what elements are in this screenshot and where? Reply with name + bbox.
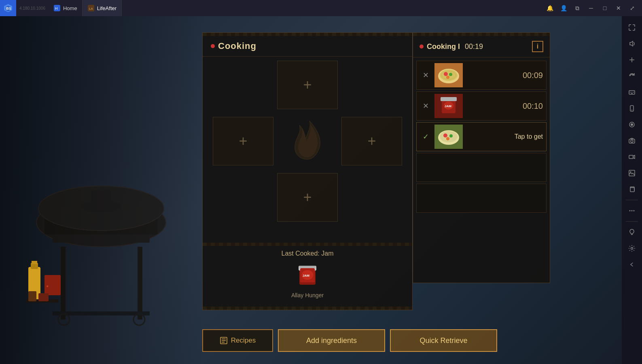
maximize-btn[interactable]: □	[598, 2, 611, 15]
svg-point-64	[631, 140, 633, 142]
svg-rect-15	[91, 190, 111, 208]
top-deco	[203, 33, 412, 36]
minimize-btn[interactable]: ─	[585, 2, 598, 15]
svg-rect-68	[630, 188, 634, 192]
layers-btn[interactable]: ⧉	[571, 2, 584, 15]
svg-point-48	[449, 134, 453, 138]
queue-top-deco	[413, 33, 550, 36]
plus-icon-bottom: +	[303, 190, 311, 205]
cooking-title: Cooking	[218, 41, 256, 51]
bottom-deco	[203, 307, 412, 310]
slot-row-bottom: +	[277, 173, 338, 222]
expand-btn[interactable]: ⤢	[626, 2, 639, 15]
queue-item-5	[416, 184, 547, 213]
sidebar-volume-icon[interactable]	[625, 36, 639, 51]
sidebar-bulb-icon[interactable]	[625, 225, 639, 239]
check-icon-3: ✓	[420, 131, 431, 142]
ingredient-slot-right[interactable]: +	[341, 117, 402, 165]
svg-rect-41	[441, 97, 457, 101]
sidebar-rotate-icon[interactable]	[625, 69, 639, 83]
cooking-panel-header: Cooking	[203, 36, 412, 57]
sidebar-record-icon[interactable]	[625, 117, 639, 132]
last-cooked-label: Last Cooked: Jam	[282, 250, 334, 257]
ingredient-slot-top[interactable]: +	[277, 61, 338, 109]
queue-item-4	[416, 153, 547, 182]
svg-rect-31	[299, 266, 316, 268]
queue-header: Cooking I 00:19 i	[413, 36, 550, 57]
ingredient-slot-left[interactable]: +	[213, 117, 273, 165]
queue-item-3[interactable]: ✓ Tap to get	[416, 122, 547, 151]
sidebar-divider	[626, 200, 638, 200]
svg-text:BS: BS	[6, 6, 11, 11]
queue-dot	[420, 44, 424, 49]
info-button[interactable]: i	[532, 41, 543, 52]
recipes-icon	[220, 337, 228, 344]
queue-list: ✕ 00:09 ✕	[413, 57, 550, 216]
sidebar-mobile-icon[interactable]	[625, 101, 639, 116]
recipes-button[interactable]: Recipes	[202, 329, 273, 352]
account-btn[interactable]: 👤	[557, 2, 570, 15]
svg-point-37	[446, 76, 449, 79]
svg-text:■: ■	[47, 284, 49, 288]
queue-item-img-3	[434, 125, 463, 149]
svg-point-62	[631, 123, 633, 126]
svg-text:JAM: JAM	[445, 104, 451, 108]
svg-point-47	[443, 133, 447, 138]
add-ingredients-button[interactable]: Add ingredients	[278, 329, 385, 352]
sidebar-gear-icon[interactable]	[625, 241, 639, 256]
sidebar-divider-2	[626, 221, 638, 222]
svg-rect-9	[53, 235, 150, 243]
header-dot	[211, 44, 215, 48]
close-btn[interactable]: ✕	[612, 2, 625, 15]
right-sidebar	[622, 16, 642, 364]
ingredient-grid: + + +	[203, 57, 412, 243]
sidebar-video-icon[interactable]	[625, 150, 639, 164]
quick-retrieve-button[interactable]: Quick Retrieve	[390, 329, 497, 352]
slot-row-middle: + +	[213, 111, 402, 171]
bottom-buttons: Recipes Add ingredients Quick Retrieve	[202, 329, 497, 352]
recipes-label: Recipes	[231, 336, 256, 345]
sidebar-ellipsis-icon[interactable]	[625, 203, 639, 218]
sidebar-copy-icon[interactable]	[625, 182, 639, 197]
tab-home[interactable]: H Home	[49, 0, 83, 16]
plus-icon-left: +	[239, 134, 247, 148]
svg-text:H: H	[55, 6, 58, 11]
game-background: ■ Cooking + +	[0, 16, 622, 364]
slot-row-top: +	[277, 61, 338, 109]
svg-rect-65	[629, 155, 633, 159]
version-label: 4.180.10.1006	[16, 6, 49, 11]
plus-icon-top: +	[303, 78, 311, 92]
cooking-panel: Cooking + +	[202, 32, 413, 310]
svg-point-36	[449, 73, 452, 76]
svg-point-35	[444, 72, 448, 76]
sidebar-image-icon[interactable]	[625, 166, 639, 180]
queue-item-time-2: 00:10	[523, 102, 543, 111]
last-cooked-icon: JAM	[293, 260, 322, 289]
svg-point-70	[631, 210, 633, 212]
queue-title: Cooking I	[427, 42, 460, 51]
tab-lifeafter[interactable]: LA LifeAfter	[83, 0, 122, 16]
ingredient-slot-bottom[interactable]: +	[277, 173, 338, 222]
svg-point-46	[440, 131, 458, 142]
svg-rect-25	[38, 293, 49, 301]
sidebar-expand-icon[interactable]	[625, 53, 639, 67]
cooking-queue-panel: Cooking I 00:19 i ✕	[413, 32, 550, 283]
sidebar-back-icon[interactable]	[625, 257, 639, 272]
sidebar-fullscreen-icon[interactable]	[625, 20, 639, 35]
cancel-btn-2[interactable]: ✕	[420, 100, 431, 112]
window-controls: 🔔 👤 ⧉ ─ □ ✕ ⤢	[543, 2, 642, 15]
sidebar-camera-icon[interactable]	[625, 133, 639, 148]
svg-point-73	[631, 248, 633, 250]
bluestacks-logo: BS	[0, 0, 16, 16]
last-cooked-section: Last Cooked: Jam JAM Allay Hunger	[203, 246, 412, 307]
sidebar-keyboard-icon[interactable]	[625, 85, 639, 99]
fire-center	[275, 111, 340, 171]
cancel-btn-1[interactable]: ✕	[420, 70, 431, 81]
svg-text:JAM: JAM	[303, 274, 309, 277]
svg-point-49	[446, 137, 449, 140]
bell-btn[interactable]: 🔔	[543, 2, 556, 15]
svg-rect-20	[32, 261, 37, 264]
add-ingredients-label: Add ingredients	[306, 336, 357, 345]
quick-retrieve-label: Quick Retrieve	[420, 336, 467, 345]
home-tab-icon: H	[53, 4, 61, 12]
